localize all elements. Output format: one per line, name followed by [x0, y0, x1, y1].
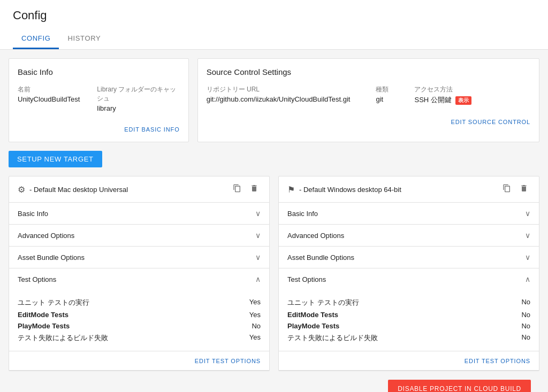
windows-asset-bundle-accordion[interactable]: Asset Bundle Options ∨	[279, 247, 539, 268]
windows-test-val-2: No	[521, 322, 530, 330]
windows-basic-info-chevron: ∨	[525, 209, 530, 218]
page-title: Config	[13, 9, 535, 22]
mac-test-val-0: Yes	[249, 298, 261, 308]
basic-info-label-cache: Library フォルダーのキャッシュ	[97, 85, 179, 103]
mac-basic-info-chevron: ∨	[255, 209, 261, 218]
basic-info-col-cache: Library フォルダーのキャッシュ library	[97, 85, 179, 112]
mac-test-label-1: EditMode Tests	[18, 311, 68, 319]
source-control-card: Source Control Settings リポジトリー URL git:/…	[197, 58, 539, 142]
tab-config[interactable]: CONFIG	[13, 29, 59, 49]
windows-test-row-1: EditMode Tests No	[287, 309, 530, 320]
top-cards: Basic Info 名前 UnityCloudBuildTest Librar…	[9, 58, 539, 142]
mac-basic-info-accordion[interactable]: Basic Info ∨	[9, 203, 269, 224]
mac-test-val-1: Yes	[249, 311, 261, 319]
mac-advanced-options-label: Advanced Options	[18, 232, 74, 240]
mac-advanced-options-section: Advanced Options ∨	[9, 225, 269, 247]
windows-advanced-options-accordion[interactable]: Advanced Options ∨	[279, 225, 539, 246]
windows-advanced-options-label: Advanced Options	[287, 232, 344, 240]
windows-advanced-options-chevron: ∨	[525, 231, 530, 240]
windows-basic-info-label: Basic Info	[287, 210, 318, 218]
mac-test-options-section: Test Options ∧ ユニット テストの実行 Yes EditMode …	[9, 268, 269, 371]
mac-test-val-3: Yes	[249, 333, 261, 343]
windows-asset-bundle-label: Asset Bundle Options	[287, 253, 354, 262]
windows-test-val-0: No	[521, 298, 530, 308]
windows-test-options-chevron: ∧	[525, 275, 530, 283]
mac-asset-bundle-section: Asset Bundle Options ∨	[9, 247, 269, 268]
mac-test-row-3: テスト失敗によるビルド失敗 Yes	[18, 332, 261, 344]
mac-test-options-label: Test Options	[18, 275, 56, 283]
windows-target-actions	[500, 183, 530, 196]
basic-info-grid: 名前 UnityCloudBuildTest Library フォルダーのキャッ…	[18, 85, 180, 112]
mac-asset-bundle-accordion[interactable]: Asset Bundle Options ∨	[9, 247, 269, 268]
mac-basic-info-label: Basic Info	[18, 210, 48, 218]
basic-info-col-name: 名前 UnityCloudBuildTest	[18, 85, 80, 112]
mac-target-icon: ⚙	[18, 185, 25, 195]
mac-test-options-chevron: ∧	[255, 275, 261, 283]
windows-basic-info-section: Basic Info ∨	[279, 203, 539, 225]
access-badge[interactable]: 表示	[455, 96, 471, 105]
tab-history[interactable]: HISTORY	[59, 29, 109, 49]
mac-delete-button[interactable]	[248, 183, 261, 196]
mac-test-label-2: PlayMode Tests	[18, 322, 70, 330]
edit-source-control-button[interactable]: EDIT SOURCE CONTROL	[451, 119, 530, 125]
windows-test-options-label: Test Options	[287, 275, 326, 283]
source-access-label: アクセス方法	[414, 85, 471, 94]
mac-target-name: - Default Mac desktop Universal	[29, 186, 231, 194]
windows-test-row-2: PlayMode Tests No	[287, 320, 530, 332]
windows-delete-button[interactable]	[517, 183, 530, 196]
windows-test-options-section: Test Options ∧ ユニット テストの実行 No EditMode T…	[279, 268, 539, 371]
source-access-value: SSH 公開鍵 表示	[414, 96, 471, 104]
windows-test-footer: EDIT TEST OPTIONS	[279, 351, 539, 370]
mac-edit-test-options-button[interactable]: EDIT TEST OPTIONS	[195, 358, 261, 364]
source-type: 種類 git	[376, 85, 389, 105]
mac-test-label-3: テスト失敗によるビルド失敗	[18, 333, 108, 343]
basic-info-value-name: UnityCloudBuildTest	[18, 95, 80, 103]
source-repo-url: リポジトリー URL git://github.com/iizukak/Unit…	[207, 85, 351, 105]
source-repo-url-label: リポジトリー URL	[207, 85, 351, 94]
windows-test-val-1: No	[521, 311, 530, 319]
windows-copy-button[interactable]	[500, 183, 513, 196]
windows-test-options-content: ユニット テストの実行 No EditMode Tests No PlayMod…	[279, 290, 539, 351]
mac-advanced-options-chevron: ∨	[255, 231, 261, 240]
windows-test-row-0: ユニット テストの実行 No	[287, 296, 530, 309]
mac-advanced-options-accordion[interactable]: Advanced Options ∨	[9, 225, 269, 246]
main-content: Basic Info 名前 UnityCloudBuildTest Librar…	[0, 50, 548, 392]
mac-test-row-2: PlayMode Tests No	[18, 320, 261, 332]
windows-test-label-2: PlayMode Tests	[287, 322, 339, 330]
mac-target-actions	[231, 183, 261, 196]
windows-test-val-3: No	[521, 333, 530, 343]
mac-copy-button[interactable]	[231, 183, 243, 196]
mac-test-footer: EDIT TEST OPTIONS	[9, 351, 269, 370]
windows-asset-bundle-chevron: ∨	[525, 253, 530, 262]
basic-info-value-cache: library	[97, 104, 116, 112]
target-card-mac: ⚙ - Default Mac desktop Universal Basic …	[9, 176, 270, 371]
disable-project-button[interactable]: DISABLE PROJECT IN CLOUD BUILD	[388, 380, 531, 392]
windows-advanced-options-section: Advanced Options ∨	[279, 225, 539, 247]
basic-info-card: Basic Info 名前 UnityCloudBuildTest Librar…	[9, 58, 189, 142]
basic-info-label-name: 名前	[18, 85, 80, 94]
windows-basic-info-accordion[interactable]: Basic Info ∨	[279, 203, 539, 224]
mac-test-val-2: No	[252, 322, 261, 330]
windows-test-label-0: ユニット テストの実行	[287, 298, 359, 308]
setup-new-target-button[interactable]: SETUP NEW TARGET	[9, 151, 102, 167]
basic-info-footer: EDIT BASIC INFO	[18, 121, 180, 133]
target-cards: ⚙ - Default Mac desktop Universal Basic …	[9, 176, 539, 371]
source-type-label: 種類	[376, 85, 389, 94]
source-type-value: git	[376, 95, 383, 103]
edit-basic-info-button[interactable]: EDIT BASIC INFO	[124, 126, 179, 133]
mac-basic-info-section: Basic Info ∨	[9, 203, 269, 225]
mac-asset-bundle-label: Asset Bundle Options	[18, 253, 85, 262]
mac-test-options-content: ユニット テストの実行 Yes EditMode Tests Yes PlayM…	[9, 290, 269, 351]
windows-asset-bundle-section: Asset Bundle Options ∨	[279, 247, 539, 268]
tab-bar: CONFIG HISTORY	[13, 29, 535, 49]
source-repo-url-value: git://github.com/iizukak/UnityCloudBuild…	[207, 95, 351, 103]
mac-asset-bundle-chevron: ∨	[255, 253, 261, 262]
source-control-title: Source Control Settings	[207, 67, 530, 76]
windows-target-icon: ⚑	[287, 185, 295, 195]
windows-test-label-3: テスト失敗によるビルド失敗	[287, 333, 378, 343]
mac-test-options-accordion[interactable]: Test Options ∧	[9, 268, 269, 290]
mac-test-row-1: EditMode Tests Yes	[18, 309, 261, 320]
windows-test-options-accordion[interactable]: Test Options ∧	[279, 268, 539, 290]
windows-test-row-3: テスト失敗によるビルド失敗 No	[287, 332, 530, 344]
windows-edit-test-options-button[interactable]: EDIT TEST OPTIONS	[465, 358, 530, 364]
